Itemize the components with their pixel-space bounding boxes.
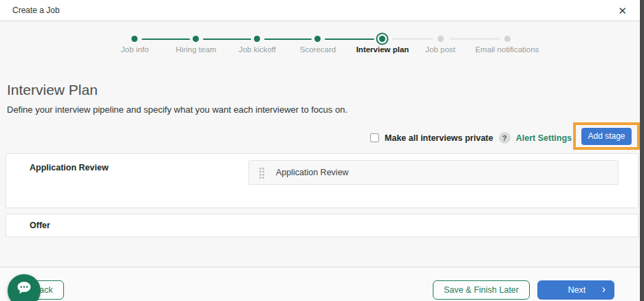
step-connector bbox=[142, 38, 190, 40]
alert-settings-link[interactable]: Alert Settings bbox=[516, 133, 572, 143]
chevron-right-icon: › bbox=[602, 284, 605, 295]
page-title: Interview Plan bbox=[7, 82, 644, 98]
stage-name: Offer bbox=[6, 221, 50, 230]
step-dot-job-kickoff bbox=[254, 36, 260, 42]
save-finish-later-button[interactable]: Save & Finish Later bbox=[433, 280, 530, 300]
step-dot-job-info bbox=[131, 36, 138, 42]
step-connector bbox=[203, 38, 251, 40]
plan-controls-group: Make all interviews private ? Alert Sett… bbox=[370, 132, 572, 144]
drag-handle-icon[interactable] bbox=[259, 167, 265, 179]
step-connector bbox=[392, 38, 433, 40]
plan-controls-row: Make all interviews private ? Alert Sett… bbox=[0, 116, 644, 149]
step-dot-interview-plan bbox=[379, 36, 385, 42]
step-label-job-post[interactable]: Job post bbox=[425, 45, 455, 54]
step-label-email-notifications[interactable]: Email notifications bbox=[475, 45, 539, 54]
step-label-hiring-team[interactable]: Hiring team bbox=[176, 45, 217, 54]
step-dot-job-post bbox=[438, 36, 444, 42]
step-dot-scorecard bbox=[314, 36, 321, 42]
step-connector bbox=[264, 38, 312, 40]
modal-header: Create a Job ✕ bbox=[0, 0, 644, 21]
stage-row-offer: Offer bbox=[6, 214, 638, 237]
footer-actions: Save & Finish Later Next › bbox=[433, 280, 614, 300]
step-label-job-info[interactable]: Job info bbox=[121, 45, 149, 54]
help-icon[interactable]: ? bbox=[499, 132, 511, 144]
modal-title: Create a Job bbox=[12, 5, 60, 15]
window-edge-stripe bbox=[640, 0, 644, 301]
stage-name: Application Review bbox=[30, 163, 109, 172]
wizard-stepper: Job info Hiring team Job kickoff Scoreca… bbox=[0, 21, 644, 75]
interview-item-label: Application Review bbox=[276, 168, 349, 177]
stage-row-application-review: Application Review Application Review bbox=[6, 153, 638, 208]
step-label-scorecard[interactable]: Scorecard bbox=[300, 45, 336, 54]
step-dot-hiring-team bbox=[193, 36, 199, 42]
page-description: Define your interview pipeline and speci… bbox=[7, 104, 644, 115]
step-connector bbox=[325, 38, 374, 40]
step-connector bbox=[450, 38, 500, 40]
add-stage-button[interactable]: Add stage bbox=[581, 128, 632, 145]
step-label-job-kickoff[interactable]: Job kickoff bbox=[239, 45, 276, 54]
step-label-interview-plan[interactable]: Interview plan bbox=[356, 45, 409, 54]
next-button-label: Next bbox=[568, 285, 586, 295]
wizard-footer: Back Save & Finish Later Next › bbox=[0, 267, 644, 301]
interview-item-application-review[interactable]: Application Review bbox=[248, 160, 619, 185]
close-icon[interactable]: ✕ bbox=[618, 5, 627, 16]
chat-bubble-icon bbox=[17, 281, 32, 295]
step-dot-email-notifications bbox=[504, 36, 511, 42]
make-interviews-private-label[interactable]: Make all interviews private bbox=[385, 133, 493, 143]
make-interviews-private-checkbox[interactable] bbox=[370, 133, 379, 142]
next-button[interactable]: Next › bbox=[537, 280, 614, 300]
add-stage-highlight-annotation: Add stage bbox=[573, 122, 640, 150]
